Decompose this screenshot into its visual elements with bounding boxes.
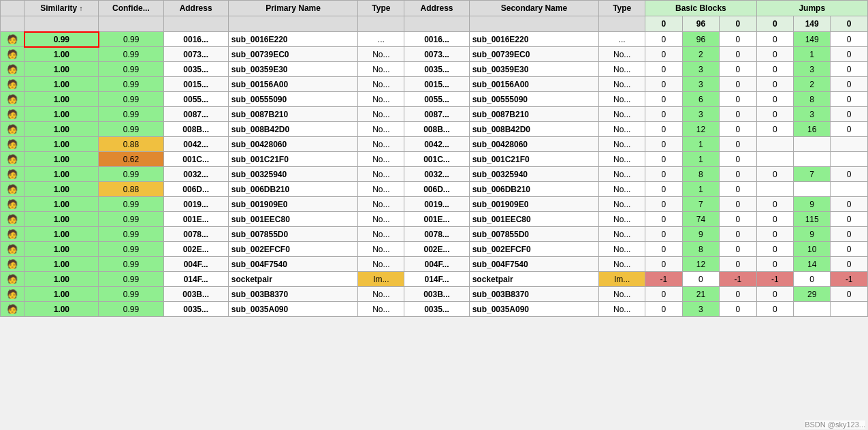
subheader-row: 0 96 0 0 149 0	[1, 16, 868, 32]
table-row[interactable]: 🧑1.000.990019...sub_001909E0No...0019...…	[1, 197, 868, 212]
secondary-address: 0087...	[404, 107, 469, 122]
bb-value-1: 7	[682, 197, 719, 212]
primary-address: 0015...	[163, 77, 228, 92]
secondary-type: No...	[599, 77, 645, 92]
table-row[interactable]: 🧑1.000.990087...sub_0087B210No...0087...…	[1, 107, 868, 122]
primary-type: No...	[358, 227, 404, 242]
secondary-type: No...	[599, 122, 645, 137]
secondary-name-header[interactable]: Secondary Name	[469, 1, 599, 16]
table-row[interactable]: 🧑0.990.990016...sub_0016E220...0016...su…	[1, 32, 868, 47]
addr2-sub-header	[404, 16, 469, 32]
primary-address: 0035...	[163, 302, 228, 317]
secondary-address: 0035...	[404, 62, 469, 77]
similarity-header[interactable]: Similarity ↑	[25, 1, 99, 16]
primary-address: 001C...	[163, 152, 228, 167]
secondary-address: 0055...	[404, 92, 469, 107]
table-body: 🧑0.990.990016...sub_0016E220...0016...su…	[1, 32, 868, 317]
jump-value-1	[793, 137, 830, 152]
row-icon: 🧑	[1, 197, 25, 212]
primary-type: No...	[358, 197, 404, 212]
table-row[interactable]: 🧑1.000.880042...sub_00428060No...0042...…	[1, 137, 868, 152]
table-row[interactable]: 🧑1.000.990035...sub_00359E30No...0035...…	[1, 62, 868, 77]
confidence-value: 0.99	[99, 47, 163, 62]
table-row[interactable]: 🧑1.000.99002E...sub_002EFCF0No...002E...…	[1, 242, 868, 257]
similarity-value: 1.00	[25, 92, 99, 107]
secondary-name: sub_008B42D0	[469, 122, 599, 137]
table-row[interactable]: 🧑1.000.990015...sub_00156A00No...0015...…	[1, 77, 868, 92]
primary-type: No...	[358, 92, 404, 107]
icon-sub-header	[1, 16, 25, 32]
jump-value-0: 0	[756, 242, 793, 257]
jump-value-1: 9	[793, 227, 830, 242]
secondary-name: sub_00555090	[469, 92, 599, 107]
table-row[interactable]: 🧑1.000.990032...sub_00325940No...0032...…	[1, 167, 868, 182]
row-icon: 🧑	[1, 242, 25, 257]
jump-value-0: 0	[756, 122, 793, 137]
j3-sub-header: 0	[831, 16, 868, 32]
jump-value-2: 0	[831, 257, 868, 272]
primary-type: ...	[358, 32, 404, 47]
confidence-value: 0.99	[99, 212, 163, 227]
primary-type: No...	[358, 137, 404, 152]
primary-address: 014F...	[163, 272, 228, 287]
main-table-container: Similarity ↑ Confide... Address Primary …	[0, 0, 868, 317]
bb-value-0: 0	[645, 287, 682, 302]
secondary-type-header[interactable]: Type	[599, 1, 645, 16]
bb-value-0: 0	[645, 242, 682, 257]
primary-name: sub_00359E30	[228, 62, 358, 77]
jump-value-2: 0	[831, 77, 868, 92]
jump-value-2: -1	[831, 272, 868, 287]
secondary-name: sub_00359E30	[469, 62, 599, 77]
secondary-type: No...	[599, 302, 645, 317]
similarity-value: 1.00	[25, 287, 99, 302]
primary-type-header[interactable]: Type	[358, 1, 404, 16]
secondary-address: 0078...	[404, 227, 469, 242]
table-row[interactable]: 🧑1.000.990055...sub_00555090No...0055...…	[1, 92, 868, 107]
table-row[interactable]: 🧑1.000.990035...sub_0035A090No...0035...…	[1, 302, 868, 317]
secondary-address: 004F...	[404, 257, 469, 272]
secondary-address: 008B...	[404, 122, 469, 137]
bb-value-2: 0	[720, 32, 756, 47]
bb-value-2: 0	[720, 227, 756, 242]
secondary-name: sub_002EFCF0	[469, 242, 599, 257]
table-row[interactable]: 🧑1.000.990073...sub_00739EC0No...0073...…	[1, 47, 868, 62]
primary-type: No...	[358, 107, 404, 122]
primary-address-header[interactable]: Address	[163, 1, 228, 16]
primary-address: 0016...	[163, 32, 228, 47]
jump-value-0	[756, 182, 793, 197]
jump-value-2: 0	[831, 242, 868, 257]
secondary-address-header[interactable]: Address	[404, 1, 469, 16]
primary-name: sub_00156A00	[228, 77, 358, 92]
primary-name: sub_0035A090	[228, 302, 358, 317]
table-row[interactable]: 🧑1.000.990078...sub_007855D0No...0078...…	[1, 227, 868, 242]
primary-name: sub_0087B210	[228, 107, 358, 122]
bb-value-0: 0	[645, 32, 682, 47]
table-row[interactable]: 🧑1.000.99008B...sub_008B42D0No...008B...…	[1, 122, 868, 137]
primary-address: 008B...	[163, 122, 228, 137]
row-icon: 🧑	[1, 182, 25, 197]
secondary-address: 001C...	[404, 152, 469, 167]
bb-value-1: 6	[682, 92, 719, 107]
confidence-value: 0.99	[99, 302, 163, 317]
primary-type: No...	[358, 62, 404, 77]
confidence-header[interactable]: Confide...	[99, 1, 163, 16]
table-row[interactable]: 🧑1.000.99001E...sub_001EEC80No...001E...…	[1, 212, 868, 227]
similarity-value: 1.00	[25, 122, 99, 137]
bb-value-2: 0	[720, 287, 756, 302]
bb-value-0: 0	[645, 302, 682, 317]
confidence-value: 0.99	[99, 242, 163, 257]
table-row[interactable]: 🧑1.000.99003B...sub_003B8370No...003B...…	[1, 287, 868, 302]
primary-type: No...	[358, 122, 404, 137]
table-row[interactable]: 🧑1.000.88006D...sub_006DB210No...006D...…	[1, 182, 868, 197]
jump-value-2: 0	[831, 197, 868, 212]
table-row[interactable]: 🧑1.000.62001C...sub_001C21F0No...001C...…	[1, 152, 868, 167]
primary-name-header[interactable]: Primary Name	[228, 1, 358, 16]
table-row[interactable]: 🧑1.000.99004F...sub_004F7540No...004F...…	[1, 257, 868, 272]
table-row[interactable]: 🧑1.000.99014F...socketpairIm...014F...so…	[1, 272, 868, 287]
jump-value-0: 0	[756, 107, 793, 122]
jump-value-2	[831, 152, 868, 167]
row-icon: 🧑	[1, 287, 25, 302]
bb-value-1: 8	[682, 167, 719, 182]
bb-value-0: 0	[645, 77, 682, 92]
jump-value-0: 0	[756, 47, 793, 62]
